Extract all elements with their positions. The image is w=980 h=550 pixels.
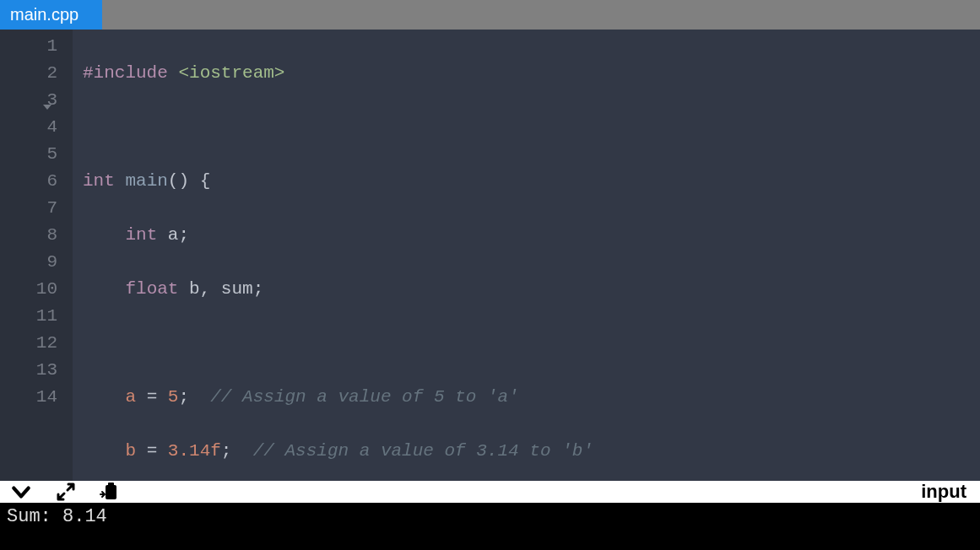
line-number: 5 [0, 141, 73, 168]
line-number: 10 [0, 276, 73, 303]
line-number: 4 [0, 114, 73, 141]
console-toolbar: input [0, 481, 980, 503]
line-number: 2 [0, 60, 73, 87]
paste-icon[interactable] [100, 481, 120, 503]
line-number: 7 [0, 195, 73, 222]
code-editor[interactable]: 1 2 3 4 5 6 7 8 9 10 11 12 13 14 #includ… [0, 30, 980, 481]
svg-rect-0 [106, 485, 116, 499]
expand-icon[interactable] [56, 482, 76, 502]
line-number: 12 [0, 330, 73, 357]
line-number: 1 [0, 33, 73, 60]
output-console[interactable]: Sum: 8.14 [0, 503, 980, 550]
line-number: 14 [0, 384, 73, 411]
collapse-icon[interactable] [10, 481, 32, 503]
code-content[interactable]: #include <iostream> int main() { int a; … [73, 30, 980, 481]
tab-bar: main.cpp [0, 0, 980, 30]
console-output-line: Sum: 8.14 [7, 506, 973, 527]
file-tab-main[interactable]: main.cpp [0, 0, 102, 30]
tab-filename: main.cpp [10, 5, 79, 24]
line-gutter: 1 2 3 4 5 6 7 8 9 10 11 12 13 14 [0, 30, 73, 481]
line-number: 11 [0, 303, 73, 330]
line-number: 9 [0, 249, 73, 276]
svg-rect-1 [108, 483, 114, 487]
line-number: 8 [0, 222, 73, 249]
line-number: 13 [0, 357, 73, 384]
line-number: 6 [0, 168, 73, 195]
line-number: 3 [0, 87, 73, 114]
input-label[interactable]: input [921, 481, 972, 503]
